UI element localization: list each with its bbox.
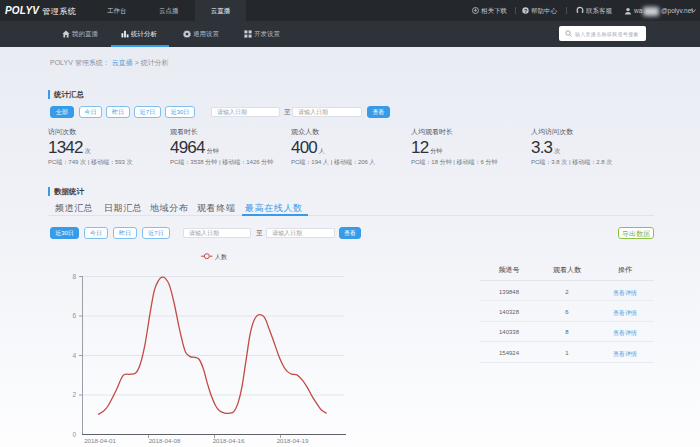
svg-text:4: 4 <box>72 352 76 359</box>
svg-text:8: 8 <box>72 273 76 280</box>
svg-text:2018-04-19: 2018-04-19 <box>277 437 309 444</box>
svg-text:6: 6 <box>72 312 76 319</box>
svg-text:2018-04-01: 2018-04-01 <box>84 437 116 444</box>
svg-text:0: 0 <box>72 431 76 438</box>
svg-text:人数: 人数 <box>214 254 227 260</box>
svg-text:2018-04-08: 2018-04-08 <box>149 437 181 444</box>
svg-text:2018-04-16: 2018-04-16 <box>213 437 245 444</box>
svg-text:?: ? <box>524 8 527 14</box>
svg-text:2: 2 <box>72 391 76 398</box>
